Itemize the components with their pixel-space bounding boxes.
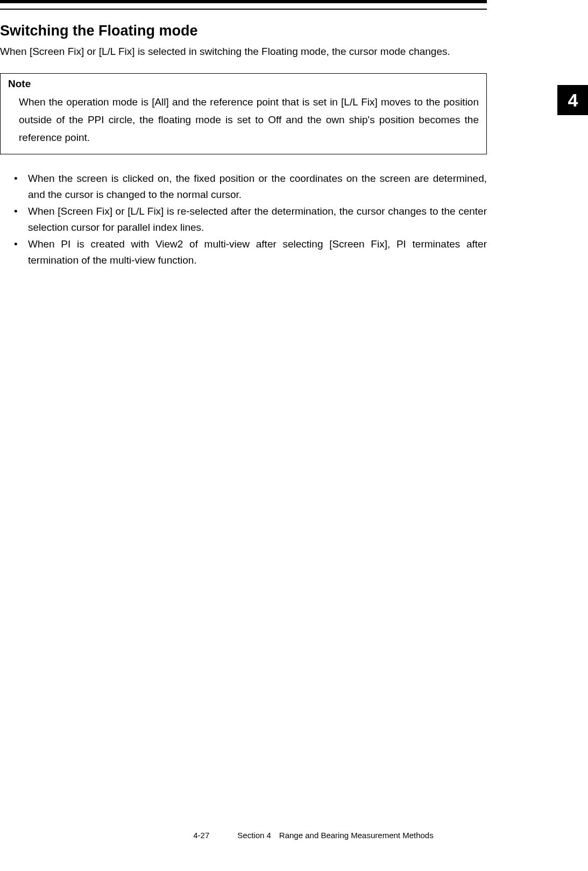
list-item: When PI is created with View2 of multi-v… xyxy=(14,236,487,268)
note-heading: Note xyxy=(8,78,479,90)
section-title: Switching the Floating mode xyxy=(0,23,487,39)
note-body: When the operation mode is [All] and the… xyxy=(8,93,479,147)
list-item: When [Screen Fix] or [L/L Fix] is re-sel… xyxy=(14,203,487,235)
note-box: Note When the operation mode is [All] an… xyxy=(0,73,487,155)
page-number: 4-27 xyxy=(193,831,209,840)
page-footer: 4-27 Section 4 Range and Bearing Measure… xyxy=(0,831,487,840)
section-tab: 4 xyxy=(557,85,588,115)
footer-section-label: Section 4 Range and Bearing Measurement … xyxy=(237,831,433,840)
section-tab-number: 4 xyxy=(568,90,578,111)
list-item: When the screen is clicked on, the fixed… xyxy=(14,171,487,202)
bullet-list: When the screen is clicked on, the fixed… xyxy=(0,171,487,268)
page-content: Switching the Floating mode When [Screen… xyxy=(0,23,487,269)
header-rule xyxy=(0,0,487,8)
intro-paragraph: When [Screen Fix] or [L/L Fix] is select… xyxy=(0,45,487,59)
